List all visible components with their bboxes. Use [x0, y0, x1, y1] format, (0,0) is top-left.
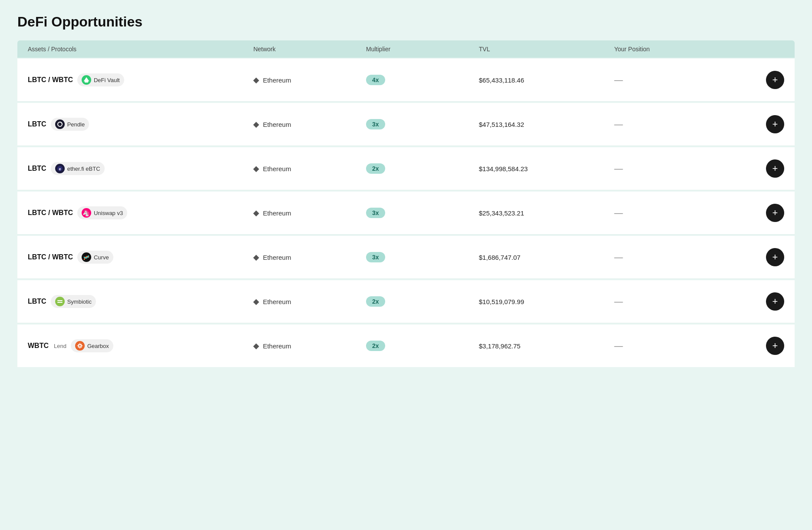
ethereum-icon: ◆ — [253, 341, 259, 351]
tvl-cell: $25,343,523.21 — [479, 209, 614, 217]
table-row: LBTC / WBTC DeFi Vault ◆ Ethereum 4x $65… — [17, 59, 795, 102]
position-cell: — — [614, 341, 749, 351]
add-button[interactable]: + — [766, 159, 784, 178]
svg-marker-0 — [84, 77, 89, 81]
multiplier-badge: 2x — [366, 296, 385, 307]
protocol-name: Symbiotic — [67, 298, 92, 305]
asset-label: LBTC — [28, 120, 46, 128]
protocol-badge: Gearbox — [71, 339, 113, 352]
action-cell: + — [749, 248, 784, 266]
position-cell: — — [614, 164, 749, 174]
action-cell: + — [749, 115, 784, 133]
asset-cell: LBTC / WBTC 🦄 Uniswap v3 — [28, 206, 253, 219]
add-button[interactable]: + — [766, 337, 784, 355]
col-header-asset: Assets / Protocols — [28, 46, 253, 53]
network-cell: ◆ Ethereum — [253, 208, 366, 218]
position-cell: — — [614, 252, 749, 262]
asset-cell: LBTC e ether.fi eBTC — [28, 162, 253, 175]
multiplier-cell: 3x — [366, 208, 479, 218]
table-row: LBTC / WBTC 🦄 Uniswap v3 ◆ Ethereum 3x $… — [17, 192, 795, 235]
table-body: LBTC / WBTC DeFi Vault ◆ Ethereum 4x $65… — [17, 59, 795, 367]
multiplier-badge: 4x — [366, 75, 385, 85]
action-cell: + — [749, 292, 784, 311]
table-row: LBTC Pendle ◆ Ethereum 3x $47,513,164.32… — [17, 103, 795, 146]
protocol-icon: 🦄 — [82, 208, 91, 218]
multiplier-badge: 3x — [366, 208, 385, 218]
protocol-badge: Curve — [77, 251, 113, 264]
asset-label: LBTC / WBTC — [28, 76, 73, 84]
table-row: LBTC Symbiotic ◆ Ethereum 2x $10,519,079… — [17, 280, 795, 323]
ethereum-icon: ◆ — [253, 164, 259, 173]
svg-rect-6 — [57, 302, 63, 303]
ethereum-icon: ◆ — [253, 75, 259, 85]
svg-text:e: e — [59, 167, 61, 171]
network-cell: ◆ Ethereum — [253, 252, 366, 262]
action-cell: + — [749, 159, 784, 178]
action-cell: + — [749, 204, 784, 222]
action-cell: + — [749, 337, 784, 355]
multiplier-cell: 2x — [366, 163, 479, 174]
add-button[interactable]: + — [766, 115, 784, 133]
add-button[interactable]: + — [766, 292, 784, 311]
asset-label: WBTC — [28, 342, 49, 350]
table-row: LBTC / WBTC Curve ◆ Ethereum 3x $1,686,7… — [17, 236, 795, 279]
network-label: Ethereum — [263, 298, 291, 305]
add-button[interactable]: + — [766, 71, 784, 89]
protocol-icon — [82, 252, 91, 262]
network-cell: ◆ Ethereum — [253, 297, 366, 306]
protocol-name: Uniswap v3 — [94, 210, 123, 216]
col-header-tvl: TVL — [479, 46, 614, 53]
add-button[interactable]: + — [766, 204, 784, 222]
asset-suffix: Lend — [54, 343, 66, 349]
ethereum-icon: ◆ — [253, 208, 259, 218]
tvl-cell: $134,998,584.23 — [479, 165, 614, 172]
network-cell: ◆ Ethereum — [253, 164, 366, 173]
asset-cell: LBTC Symbiotic — [28, 295, 253, 308]
protocol-icon — [75, 341, 85, 351]
asset-label: LBTC — [28, 298, 46, 305]
multiplier-cell: 3x — [366, 119, 479, 129]
network-label: Ethereum — [263, 165, 291, 172]
page-title: DeFi Opportunities — [17, 14, 795, 30]
network-cell: ◆ Ethereum — [253, 119, 366, 129]
col-header-action — [749, 46, 784, 53]
col-header-position: Your Position — [614, 46, 749, 53]
position-cell: — — [614, 297, 749, 307]
defi-opportunities-table: Assets / Protocols Network Multiplier TV… — [17, 40, 795, 367]
multiplier-cell: 4x — [366, 75, 479, 85]
table-row: LBTC e ether.fi eBTC ◆ Ethereum 2x $134,… — [17, 147, 795, 190]
protocol-badge: DeFi Vault — [77, 73, 124, 86]
protocol-icon: e — [55, 164, 65, 173]
ethereum-icon: ◆ — [253, 119, 259, 129]
asset-label: LBTC — [28, 165, 46, 172]
action-cell: + — [749, 71, 784, 89]
protocol-name: Gearbox — [87, 343, 109, 349]
protocol-icon — [82, 75, 91, 85]
multiplier-badge: 3x — [366, 252, 385, 262]
ethereum-icon: ◆ — [253, 297, 259, 306]
ethereum-icon: ◆ — [253, 252, 259, 262]
svg-rect-5 — [57, 300, 63, 301]
multiplier-badge: 2x — [366, 341, 385, 351]
asset-cell: LBTC Pendle — [28, 118, 253, 131]
asset-label: LBTC / WBTC — [28, 253, 73, 261]
protocol-badge: Symbiotic — [51, 295, 96, 308]
asset-cell: LBTC / WBTC Curve — [28, 251, 253, 264]
network-label: Ethereum — [263, 209, 291, 217]
network-label: Ethereum — [263, 342, 291, 350]
network-label: Ethereum — [263, 76, 291, 84]
network-label: Ethereum — [263, 121, 291, 128]
tvl-cell: $1,686,747.07 — [479, 254, 614, 261]
table-header: Assets / Protocols Network Multiplier TV… — [17, 40, 795, 58]
position-cell: — — [614, 208, 749, 218]
protocol-name: DeFi Vault — [94, 77, 120, 83]
protocol-icon — [55, 119, 65, 129]
tvl-cell: $47,513,164.32 — [479, 121, 614, 128]
table-row: WBTC Lend Gearbox ◆ Ethereum 2x $3,178,9… — [17, 325, 795, 367]
protocol-badge: e ether.fi eBTC — [51, 162, 105, 175]
protocol-name: Pendle — [67, 121, 85, 128]
add-button[interactable]: + — [766, 248, 784, 266]
multiplier-badge: 3x — [366, 119, 385, 129]
asset-cell: LBTC / WBTC DeFi Vault — [28, 73, 253, 86]
tvl-cell: $10,519,079.99 — [479, 298, 614, 305]
